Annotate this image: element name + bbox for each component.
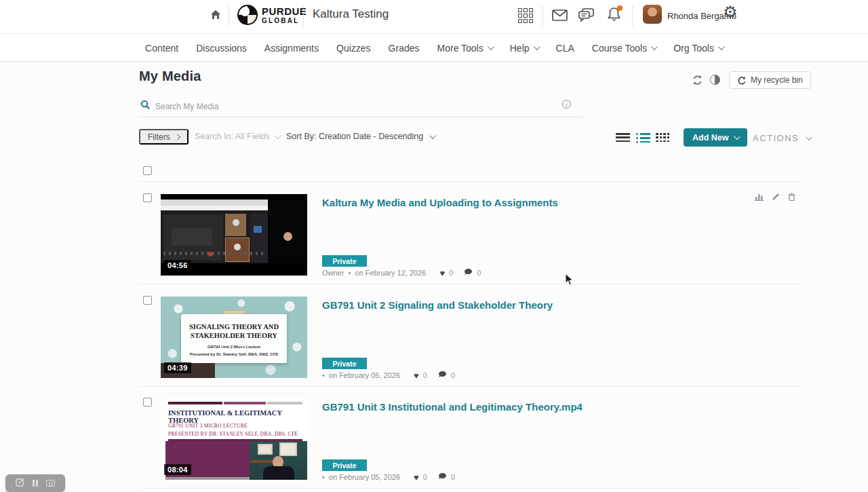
header-divider [632, 7, 633, 26]
media-title-link[interactable]: Kaltura My Media and Uploading to Assign… [322, 197, 558, 208]
likes-count: 0 [423, 371, 427, 379]
media-list-item: INSTITUTIONAL & LEGITIMACY THEORY GB791 … [139, 387, 801, 489]
info-icon[interactable]: i [562, 100, 571, 109]
media-meta: • on February 05, 2026 ♥ 0 0 [322, 371, 455, 380]
search-input[interactable] [155, 98, 535, 115]
chevron-down-icon [488, 43, 494, 50]
delete-trash-icon[interactable] [788, 191, 795, 204]
nav-item-quizzes[interactable]: Quizzes [336, 43, 371, 54]
item-checkbox[interactable] [143, 296, 152, 305]
video-thumbnail[interactable]: SIGNALING THEORY AND STAKEHOLDER THEORY … [161, 297, 307, 378]
chat-icon[interactable] [578, 8, 595, 24]
filters-button[interactable]: Filters [139, 129, 189, 145]
video-thumbnail[interactable]: INSTITUTIONAL & LEGITIMACY THEORY GB791 … [161, 398, 307, 480]
slide-title: SIGNALING THEORY AND STAKEHOLDER THEORY [181, 322, 287, 340]
contrast-icon[interactable] [710, 75, 720, 85]
pause-icon[interactable] [33, 480, 38, 487]
chevron-down-icon [429, 132, 436, 139]
table-view-icon[interactable] [656, 133, 670, 143]
home-icon[interactable] [210, 9, 222, 24]
brand-line2: GLOBAL [262, 18, 307, 24]
course-title: Kaltura Testing [313, 7, 389, 21]
row-actions [755, 191, 795, 204]
mail-icon[interactable] [552, 10, 568, 24]
video-duration: 08:04 [164, 464, 191, 475]
nav-item-content[interactable]: Content [145, 43, 178, 54]
meta-bullet: • [348, 269, 351, 277]
settings-gear-icon[interactable]: ⚙ [723, 4, 738, 20]
media-title-link[interactable]: GB791 Unit 3 Institutional and Legitimac… [322, 401, 583, 413]
nav-item-discussions[interactable]: Discussions [196, 43, 247, 54]
slide-presenter: PRESENTED BY DR. STANLEY SELF, DBA, DBS,… [168, 431, 298, 437]
nav-item-more-tools[interactable]: More Tools [437, 43, 492, 54]
chevron-right-icon [174, 134, 180, 139]
comments-icon [438, 371, 447, 380]
media-list-item: SIGNALING THEORY AND STAKEHOLDER THEORY … [139, 285, 801, 387]
add-new-button[interactable]: Add New [684, 128, 747, 147]
analytics-icon[interactable] [755, 191, 764, 204]
recycle-icon [737, 76, 746, 85]
user-avatar[interactable] [643, 5, 662, 24]
globe-icon [237, 5, 258, 25]
slide-subtitle: GB791 UNIT 3 MICRO LECTURE [168, 423, 248, 429]
video-duration: 04:39 [164, 362, 191, 373]
video-thumbnail[interactable]: 04:56 [161, 194, 307, 276]
list-divider [139, 181, 801, 182]
privacy-badge: Private [322, 358, 367, 369]
annotate-icon[interactable] [16, 477, 24, 489]
brand-line1: PURDUE [262, 6, 307, 16]
nav-item-course-tools[interactable]: Course Tools [592, 43, 656, 54]
detailed-view-icon[interactable] [636, 133, 650, 143]
nav-item-org-tools[interactable]: Org Tools [673, 43, 723, 54]
bell-icon[interactable] [607, 7, 621, 24]
app-grid-icon[interactable] [518, 8, 533, 23]
media-title-link[interactable]: GB791 Unit 2 Signaling and Stakeholder T… [322, 299, 553, 311]
likes-count: 0 [423, 473, 427, 481]
meta-bullet: • [322, 371, 325, 379]
comments-count: 0 [451, 473, 455, 481]
chevron-down-icon [806, 134, 812, 140]
search-bar: i [139, 97, 583, 117]
actions-dropdown[interactable]: ACTIONS [753, 133, 810, 143]
notification-dot [617, 5, 623, 11]
nav-item-assignments[interactable]: Assignments [264, 43, 319, 54]
comments-count: 0 [451, 371, 455, 379]
slide-title: INSTITUTIONAL & LEGITIMACY THEORY [168, 409, 307, 424]
comments-count: 0 [477, 269, 481, 277]
mouse-cursor [565, 273, 574, 289]
item-checkbox[interactable] [143, 398, 152, 406]
sort-by-dropdown[interactable]: Sort By: Creation Date - Descending [286, 132, 434, 141]
page-title: My Media [139, 69, 201, 84]
webcam-icon[interactable] [46, 480, 55, 487]
meta-bullet: • [322, 473, 325, 481]
refresh-icon[interactable] [692, 75, 703, 88]
privacy-badge: Private [322, 459, 367, 471]
course-navbar: Content Discussions Assignments Quizzes … [0, 35, 868, 62]
likes-heart-icon: ♥ [414, 371, 419, 380]
search-in-dropdown[interactable]: Search In: All Fields [195, 132, 279, 141]
nav-item-grades[interactable]: Grades [389, 43, 420, 54]
owner-label: Owner [322, 269, 344, 277]
likes-count: 0 [449, 269, 453, 277]
select-all-checkbox[interactable] [143, 166, 152, 175]
item-checkbox[interactable] [143, 193, 152, 202]
comments-icon [438, 472, 447, 482]
nav-item-cla[interactable]: CLA [556, 43, 574, 54]
purdue-global-logo[interactable]: PURDUE GLOBAL [237, 5, 307, 25]
header-divider [229, 7, 229, 26]
chevron-down-icon [275, 132, 281, 139]
slide-presenter: Presented by Dr. Stanley Self, DBA, DBS,… [181, 352, 287, 356]
header-divider [542, 7, 543, 26]
screen-recorder-toolbar[interactable] [5, 474, 65, 492]
chevron-down-icon [651, 43, 658, 50]
privacy-badge: Private [322, 255, 367, 267]
my-recycle-bin-button[interactable]: My recycle bin [729, 71, 811, 89]
likes-heart-icon: ♥ [439, 269, 445, 278]
chevron-down-icon [734, 133, 741, 140]
media-meta: Owner • on February 12, 2026 ♥ 0 0 [322, 268, 481, 278]
collapsed-view-icon[interactable] [616, 133, 630, 143]
comments-icon [464, 268, 473, 278]
edit-pencil-icon[interactable] [772, 191, 780, 204]
nav-item-help[interactable]: Help [510, 43, 538, 54]
header-divider [303, 7, 304, 26]
